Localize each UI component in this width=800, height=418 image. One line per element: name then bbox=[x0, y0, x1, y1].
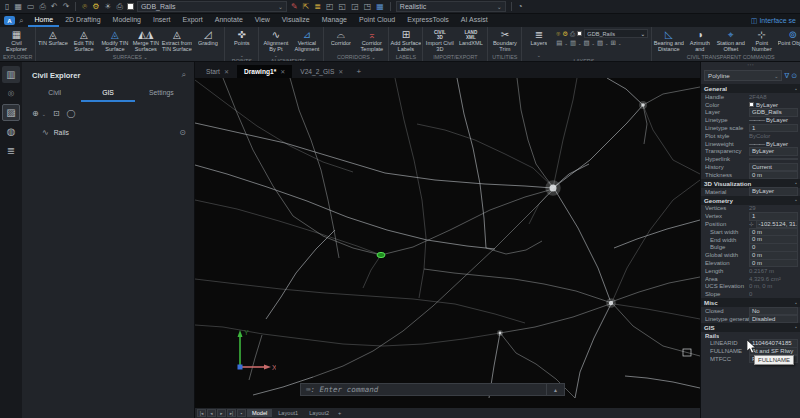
layout-nav-4[interactable]: ▪ bbox=[237, 409, 246, 417]
import-civil-3d-button[interactable]: CIVIL3DImport Civil 3D bbox=[424, 28, 455, 53]
layer-gear-icon[interactable]: ⚙ bbox=[562, 30, 568, 38]
alignment-by-pt-button[interactable]: ∿Alignment By Pt⌄ bbox=[260, 28, 291, 57]
entity-type-dropdown[interactable]: Polyline⌄ bbox=[704, 70, 782, 81]
tab-manage[interactable]: Manage bbox=[316, 15, 353, 27]
rail-line[interactable] bbox=[625, 376, 700, 388]
workspace-icon-2[interactable]: ◱ bbox=[338, 1, 348, 13]
interface-settings-button[interactable]: ◫ Interface se bbox=[751, 17, 796, 25]
civil-explorer-button[interactable]: ▦Civil Explorer bbox=[1, 28, 32, 53]
points-button[interactable]: ✜Points⌄ bbox=[226, 28, 257, 57]
layout-nav-1[interactable]: ◂ bbox=[207, 409, 216, 417]
rail-line[interactable] bbox=[643, 105, 700, 174]
property-value[interactable]: ——— ByLayer bbox=[749, 117, 798, 123]
property-value[interactable]: ByLayer bbox=[749, 187, 798, 196]
close-icon[interactable]: ✕ bbox=[280, 68, 285, 75]
open-icon[interactable]: ▭ bbox=[26, 1, 36, 13]
layer-freeze-icon[interactable]: ☀ bbox=[103, 1, 112, 13]
rail-line[interactable] bbox=[417, 124, 553, 187]
property-value[interactable]: 0 m bbox=[749, 171, 798, 180]
panel-browser-icon[interactable]: ▥ bbox=[2, 66, 20, 83]
drawing-explorer-icon[interactable]: ▦ bbox=[375, 1, 385, 13]
layer-bulb-icon[interactable]: ⌾ bbox=[556, 30, 560, 38]
property-value[interactable]: ——— ByLayer bbox=[749, 141, 798, 147]
color-swatch[interactable] bbox=[749, 102, 754, 107]
tab-view[interactable]: View bbox=[249, 15, 276, 27]
rail-line[interactable] bbox=[424, 269, 609, 302]
add-layout-button[interactable]: + bbox=[335, 410, 344, 416]
tab-modeling[interactable]: Modeling bbox=[107, 15, 147, 27]
layer-state-icon[interactable]: ≣ bbox=[313, 1, 322, 13]
rail-line[interactable] bbox=[643, 87, 700, 105]
layout-tab-layout1[interactable]: Layout1 bbox=[273, 409, 303, 417]
property-value[interactable] bbox=[749, 158, 798, 160]
section-header-geometry[interactable]: Geometry▪ bbox=[701, 196, 800, 205]
grading-button[interactable]: ◿Grading bbox=[192, 28, 223, 53]
rail-line[interactable] bbox=[611, 277, 700, 302]
document-tab-drawing1[interactable]: Drawing1*✕ bbox=[237, 65, 292, 78]
point-number-button[interactable]: ⊹Point Number bbox=[746, 28, 777, 53]
layer-plot-icon[interactable]: ⎙ bbox=[116, 1, 124, 13]
layer-tool-1-icon[interactable]: ▤ bbox=[556, 39, 562, 47]
rail-line[interactable] bbox=[612, 180, 700, 302]
current-layer-dropdown[interactable]: GDB_Rails⌄ bbox=[137, 1, 287, 12]
tab-visualize[interactable]: Visualize bbox=[276, 15, 316, 27]
bearing-and-distance-button[interactable]: ◺Bearing and Distance bbox=[653, 28, 684, 53]
layout-nav-3[interactable]: ▸| bbox=[227, 409, 236, 417]
rail-line[interactable] bbox=[614, 304, 700, 319]
command-line[interactable]: ⌨: Enter command ▲ bbox=[300, 383, 565, 396]
tab-2d-drafting[interactable]: 2D Drafting bbox=[59, 15, 106, 27]
boundary-trim-button[interactable]: ✂Boundary Trim bbox=[489, 28, 520, 53]
workspace-icon-1[interactable]: ◰ bbox=[325, 1, 335, 13]
corridor-template-button[interactable]: ⌅Corridor Template bbox=[356, 28, 387, 53]
ribbon-layer-dropdown[interactable]: GDB_Rails⌄ bbox=[584, 29, 648, 38]
attach-data-button[interactable]: ⊡ bbox=[53, 109, 60, 118]
rail-line[interactable] bbox=[517, 78, 553, 187]
workspace-icon-4[interactable]: ◳ bbox=[363, 1, 373, 13]
close-icon[interactable]: ✕ bbox=[224, 68, 229, 75]
rail-line[interactable] bbox=[643, 105, 647, 144]
tab-home[interactable]: Home bbox=[28, 15, 59, 27]
rail-line[interactable] bbox=[195, 165, 495, 249]
rail-line[interactable] bbox=[500, 304, 610, 333]
document-tab-start[interactable]: Start✕ bbox=[199, 65, 236, 78]
rail-line[interactable] bbox=[575, 304, 611, 398]
render-3d-icon[interactable]: ◍ bbox=[2, 123, 20, 140]
refresh-button[interactable]: ◯ bbox=[67, 109, 76, 118]
section-header-general[interactable]: General▪ bbox=[701, 84, 800, 93]
vertical-alignment-view-button[interactable]: ⊿Vertical Alignment View bbox=[291, 28, 322, 53]
extract-from-tin-surface-button[interactable]: ◬Extract from TIN Surface bbox=[161, 28, 192, 53]
modify-tin-surface-button[interactable]: ◬Modify TIN Surface bbox=[99, 28, 130, 53]
command-expand-button[interactable]: ▲ bbox=[546, 384, 564, 395]
explorer-tab-civil[interactable]: Civil bbox=[28, 86, 81, 102]
visual-style-dropdown[interactable]: Realistic⌄ bbox=[396, 1, 506, 12]
new-document-button[interactable]: + bbox=[351, 67, 366, 78]
layout-nav-2[interactable]: ▸ bbox=[217, 409, 226, 417]
station-and-offset-button[interactable]: ⌖Station and Offset bbox=[715, 28, 746, 53]
property-value[interactable]: GDB_Rails bbox=[749, 108, 798, 117]
close-icon[interactable]: ✕ bbox=[338, 68, 343, 75]
search-icon[interactable]: ⌕ bbox=[182, 70, 186, 80]
undo-icon[interactable]: ↶ bbox=[50, 1, 59, 13]
plot-icon[interactable]: ⎙ bbox=[39, 1, 47, 13]
rail-line[interactable] bbox=[614, 220, 700, 248]
rail-line[interactable] bbox=[553, 105, 643, 188]
save-icon[interactable]: ▦ bbox=[13, 1, 23, 13]
rail-line[interactable] bbox=[555, 190, 610, 300]
app-logo[interactable]: A bbox=[4, 16, 15, 25]
position-pick-icon[interactable]: ⊹ bbox=[749, 221, 754, 227]
section-header-gis[interactable]: GIS▪ bbox=[701, 323, 800, 332]
layer-tool-3-icon[interactable]: ▧ bbox=[583, 39, 589, 47]
rail-line[interactable] bbox=[223, 78, 553, 255]
layer-settings-icon[interactable]: ⚙ bbox=[91, 1, 100, 13]
rail-line[interactable] bbox=[363, 255, 381, 288]
tab-expresstools[interactable]: ExpressTools bbox=[401, 15, 455, 27]
rail-line[interactable] bbox=[195, 123, 553, 188]
tab-ai-assist[interactable]: AI Assist bbox=[455, 15, 494, 27]
layout-nav-0[interactable]: |◂ bbox=[197, 409, 206, 417]
add-surface-labels-button[interactable]: ⊞Add Surface Labels bbox=[390, 28, 421, 53]
add-gis-data-button[interactable]: ⊕ bbox=[32, 109, 39, 118]
current-color-swatch[interactable] bbox=[127, 3, 134, 10]
document-tab-v24-2-gis[interactable]: V24_2_GIS✕ bbox=[293, 65, 350, 78]
property-value[interactable]: Disabled bbox=[749, 315, 798, 324]
search-icon[interactable]: ⌕ bbox=[19, 16, 23, 26]
